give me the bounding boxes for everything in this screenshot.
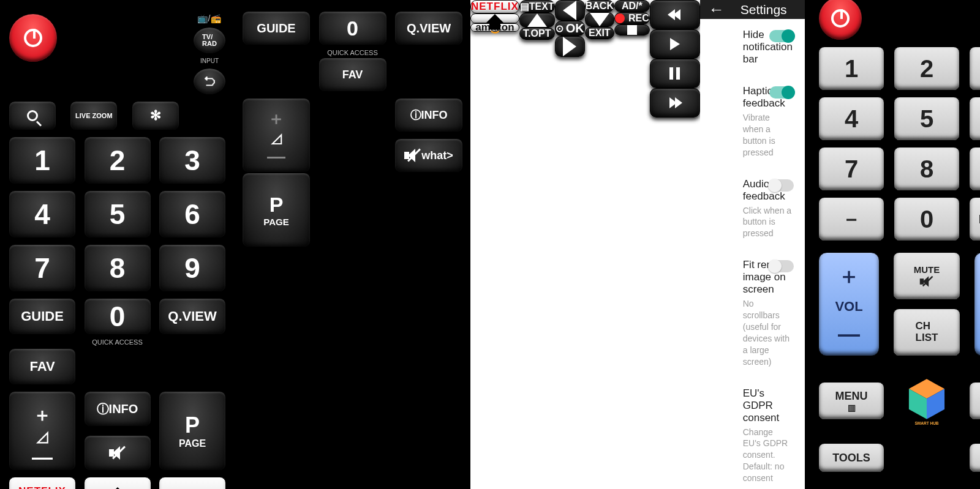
num-3[interactable]: 3 xyxy=(159,136,226,184)
ffwd-button[interactable] xyxy=(650,88,700,118)
toggle-haptic[interactable] xyxy=(769,86,794,99)
num-1[interactable]: 1 xyxy=(818,47,884,91)
num-5[interactable]: 5 xyxy=(84,190,151,238)
live-zoom-button[interactable]: LIVE ZOOM xyxy=(70,101,118,130)
qview-button[interactable]: Q.VIEW xyxy=(394,11,463,45)
num-4[interactable]: 4 xyxy=(9,190,76,238)
qview-button[interactable]: Q.VIEW xyxy=(159,298,226,335)
amazon-button[interactable]: amazon⌣ xyxy=(159,477,226,489)
netflix-button[interactable]: NETFLIX xyxy=(470,0,519,13)
settings-button[interactable]: ✻ xyxy=(132,101,179,130)
smart-hub-button[interactable]: SMART HUB xyxy=(893,367,960,435)
info-button[interactable]: ⓘINFO xyxy=(84,391,151,427)
arrow-right-icon xyxy=(563,37,576,56)
dpad-up[interactable] xyxy=(519,13,555,28)
num-3[interactable]: 3 xyxy=(969,47,980,91)
app-bar: ← Settings xyxy=(700,0,805,19)
ad-button[interactable]: AD/* xyxy=(614,0,650,12)
tv-rad-button[interactable]: TV/ RAD xyxy=(193,27,226,54)
play-button[interactable] xyxy=(650,29,700,59)
volume-rocker[interactable]: ＋ VOL — xyxy=(818,252,880,356)
topt-button[interactable]: T.OPT xyxy=(519,28,555,40)
home-button[interactable] xyxy=(84,477,151,489)
mute-button[interactable]: what> xyxy=(394,138,463,173)
volume-rocker[interactable]: ＋ ◿ — xyxy=(9,391,76,471)
toggle-audio[interactable] xyxy=(769,179,794,192)
setting-fit-image[interactable]: Fit remote image on screen No scrollbars… xyxy=(700,249,805,377)
netflix-button[interactable]: NETFLIX xyxy=(9,477,76,489)
brightness-icon: ◿ xyxy=(37,428,48,445)
num-8[interactable]: 8 xyxy=(84,244,151,292)
mute-button[interactable] xyxy=(84,435,151,471)
dpad-down[interactable] xyxy=(585,12,614,27)
num-7[interactable]: 7 xyxy=(818,147,884,191)
toggle-hide-notification[interactable] xyxy=(769,30,794,42)
num-6[interactable]: 6 xyxy=(969,97,980,141)
info-button[interactable]: INFO xyxy=(969,443,980,472)
play-icon xyxy=(670,38,680,50)
mute-button[interactable]: MUTE xyxy=(893,252,960,300)
lg-remote-panel-2: GUIDE 0 Q.VIEW QUICK ACCESS FAV ＋ ◿ — ⓘI… xyxy=(235,0,470,489)
rewind-button[interactable] xyxy=(650,0,700,29)
setting-subtitle: Change EU's GDPR consent. Default: no co… xyxy=(743,427,793,484)
num-6[interactable]: 6 xyxy=(159,190,226,238)
guide-button[interactable]: GUIDE xyxy=(969,382,980,420)
chlist-label: CH LIST xyxy=(916,321,938,343)
menu-button[interactable]: MENU ▥ xyxy=(818,382,884,420)
num-5[interactable]: 5 xyxy=(894,97,960,141)
num-9[interactable]: 9 xyxy=(159,244,226,292)
chlist-button[interactable]: CH LIST xyxy=(893,308,960,356)
guide-button[interactable]: GUIDE xyxy=(242,11,311,45)
toggle-fit-image[interactable] xyxy=(769,260,794,272)
num-0[interactable]: 0 xyxy=(84,298,151,335)
channel-rocker[interactable]: CH xyxy=(974,252,980,356)
volume-rocker[interactable]: ＋ ◿ — xyxy=(242,98,311,173)
text-button[interactable]: ▤TEXT xyxy=(519,0,555,13)
mute-icon xyxy=(109,446,126,460)
setting-haptic[interactable]: Haptic feedback Vibrate when a button is… xyxy=(700,75,805,168)
num-4[interactable]: 4 xyxy=(818,97,884,141)
input-button[interactable]: ⮌ xyxy=(193,68,226,95)
tools-button[interactable]: TOOLS xyxy=(818,443,884,472)
search-button[interactable] xyxy=(9,101,56,130)
pause-icon xyxy=(669,67,680,80)
power-icon xyxy=(831,9,850,28)
num-2[interactable]: 2 xyxy=(84,136,151,184)
exit-button[interactable]: EXIT xyxy=(585,27,614,39)
dash-button[interactable]: － xyxy=(818,197,884,241)
setting-subtitle: Vibrate when a button is pressed xyxy=(743,112,793,159)
num-0[interactable]: 0 xyxy=(318,11,387,45)
fav-button[interactable]: FAV xyxy=(318,58,387,92)
stop-button[interactable] xyxy=(614,24,650,35)
num-2[interactable]: 2 xyxy=(894,47,960,91)
num-7[interactable]: 7 xyxy=(9,244,76,292)
num-8[interactable]: 8 xyxy=(894,147,960,191)
rec-button[interactable]: REC xyxy=(614,12,650,24)
guide-button[interactable]: GUIDE xyxy=(9,298,76,335)
mute-icon xyxy=(920,276,933,287)
setting-audio[interactable]: Audio feedback Click when a button is pr… xyxy=(700,168,805,250)
rewind-icon xyxy=(669,9,680,20)
fav-button[interactable]: FAV xyxy=(9,348,76,385)
gear-icon: ✻ xyxy=(150,108,161,124)
vol-down-icon: — xyxy=(838,321,860,347)
pause-button[interactable] xyxy=(650,59,700,88)
setting-hide-notification[interactable]: Hide notification bar xyxy=(700,19,805,75)
setting-subtitle: No scrollbars (useful for devices with a… xyxy=(743,298,793,367)
back-button[interactable]: BACK xyxy=(585,0,614,12)
num-0[interactable]: 0 xyxy=(894,197,960,241)
ok-button[interactable]: ⊙OK xyxy=(555,21,585,36)
num-9[interactable]: 9 xyxy=(969,147,980,191)
power-button[interactable] xyxy=(9,13,58,62)
prech-button[interactable]: PRE-CH xyxy=(969,197,980,241)
setting-gdpr[interactable]: EU's GDPR consent Change EU's GDPR conse… xyxy=(700,378,805,489)
back-button[interactable]: ← xyxy=(709,0,725,19)
page-rocker[interactable]: P PAGE xyxy=(159,391,226,471)
ffwd-icon xyxy=(669,97,680,108)
dpad-right[interactable] xyxy=(555,36,585,57)
info-button[interactable]: ⓘINFO xyxy=(394,98,463,132)
num-1[interactable]: 1 xyxy=(9,136,76,184)
dpad-left[interactable] xyxy=(555,0,585,21)
power-button[interactable] xyxy=(818,0,862,40)
page-rocker[interactable]: P PAGE xyxy=(242,173,311,247)
